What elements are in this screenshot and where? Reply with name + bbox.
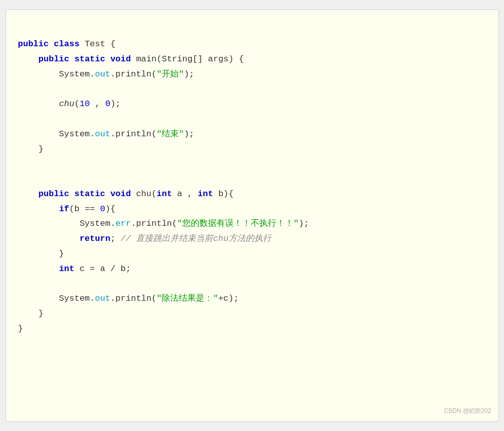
method-call-chu: chu <box>59 99 75 109</box>
keyword-int3: int <box>59 264 75 274</box>
keyword-if: if <box>59 204 69 214</box>
keyword-return: return <box>80 234 110 243</box>
code-container: public class Test { public static void m… <box>6 10 499 422</box>
code-block: public class Test { public static void m… <box>18 22 482 352</box>
keyword-public3: public <box>38 189 69 199</box>
out-keyword2: out <box>95 129 111 139</box>
keyword-static: static <box>75 54 105 64</box>
number-0: 0 <box>105 99 110 109</box>
keyword-void: void <box>110 54 131 64</box>
out-keyword3: out <box>95 294 111 303</box>
number-0b: 0 <box>100 204 105 214</box>
keyword-class: class <box>54 39 80 49</box>
keyword-int2: int <box>198 189 213 199</box>
watermark: CSDN @炤胆202 <box>444 406 491 416</box>
keyword-void2: void <box>110 189 131 199</box>
string-error: "您的数据有误！！不执行！！" <box>177 219 299 228</box>
keyword-public2: public <box>38 54 69 64</box>
string-kaishi: "开始" <box>157 69 184 79</box>
string-result: "除法结果是：" <box>157 294 218 303</box>
err-keyword: err <box>115 219 131 228</box>
comment-return: // 直接跳出并结束当前chu方法的执行 <box>121 234 271 243</box>
number-10: 10 <box>80 99 90 109</box>
string-jieshu: "结束" <box>157 129 184 139</box>
keyword-int: int <box>157 189 172 199</box>
keyword-public: public <box>18 39 49 49</box>
out-keyword: out <box>95 69 111 79</box>
keyword-static2: static <box>75 189 105 199</box>
